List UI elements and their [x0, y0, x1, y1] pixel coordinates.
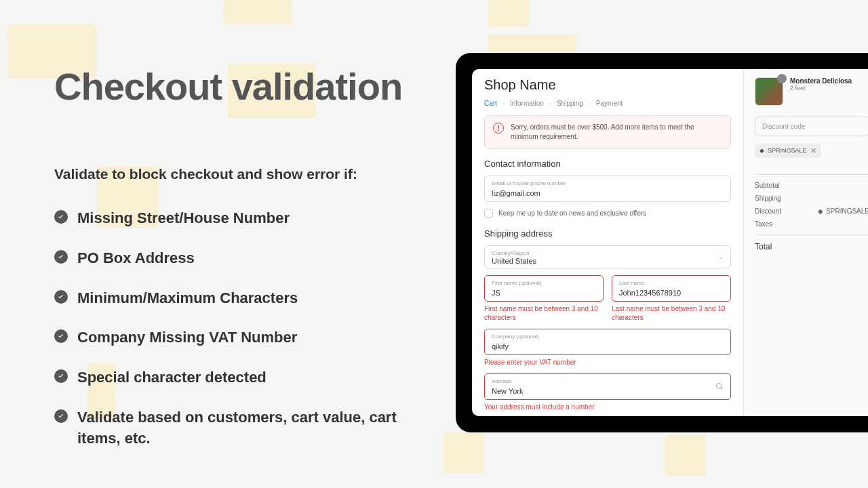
- chevron-right-icon: ›: [549, 100, 551, 107]
- list-item: Validate based on customers, cart value,…: [77, 407, 434, 449]
- svg-point-0: [717, 383, 722, 388]
- breadcrumb: Cart › Information › Shipping › Payment: [484, 100, 731, 107]
- company-field[interactable]: Company (optional): [484, 329, 731, 355]
- check-icon: [54, 409, 68, 423]
- optin-checkbox[interactable]: [484, 209, 493, 218]
- check-icon: [54, 329, 68, 343]
- tag-icon: ◆: [760, 147, 764, 154]
- feature-list: Missing Street/House Number PO Box Addre…: [54, 208, 434, 449]
- product-name: Monstera Deliciosa: [790, 77, 852, 85]
- list-item: PO Box Address: [77, 248, 195, 269]
- address-field[interactable]: Address: [484, 373, 731, 400]
- discount-tag: ◆ SPRINGSALE ✕: [755, 144, 821, 158]
- last-name-error: Last name must be between 3 and 10 chara…: [612, 304, 731, 322]
- crumb-shipping[interactable]: Shipping: [557, 100, 583, 107]
- device-frame: Shop Name Cart › Information › Shipping …: [456, 53, 868, 432]
- country-value: United States: [492, 256, 724, 265]
- first-name-field[interactable]: First name (optional): [484, 275, 604, 302]
- subtotal-label: Subtotal: [755, 182, 780, 189]
- page-subtitle: Validate to block checkout and show erro…: [54, 166, 434, 182]
- list-item: Company Missing VAT Number: [77, 327, 297, 348]
- discount-label: Discount: [755, 207, 781, 215]
- applied-discount: ◆ SPRINGSALE: [818, 207, 868, 215]
- crumb-information[interactable]: Information: [510, 100, 544, 107]
- quantity-badge: [777, 74, 787, 83]
- check-icon: [54, 250, 68, 264]
- product-variant: 2 feet: [790, 85, 852, 92]
- product-thumbnail: [755, 77, 783, 106]
- error-alert: ! Sorry, orders must be over $500. Add m…: [484, 115, 731, 149]
- address-input[interactable]: [492, 386, 724, 395]
- country-label: Country/Region: [492, 250, 724, 256]
- optin-label: Keep me up to date on news and exclusive…: [498, 209, 646, 217]
- company-error: Please enter your VAT number: [484, 358, 731, 367]
- discount-input[interactable]: Discount code: [755, 117, 868, 136]
- divider: [755, 235, 868, 235]
- divider: [755, 174, 868, 175]
- discount-code: SPRINGSALE: [768, 147, 807, 154]
- list-item: Special character detected: [77, 367, 267, 388]
- page-title: Checkout validation: [54, 64, 434, 108]
- last-name-label: Last name: [619, 280, 724, 286]
- last-name-field[interactable]: Last name: [612, 275, 731, 302]
- email-input[interactable]: [492, 188, 724, 197]
- chevron-right-icon: ›: [589, 100, 591, 107]
- crumb-payment[interactable]: Payment: [596, 100, 623, 107]
- search-icon: [715, 381, 724, 393]
- alert-icon: !: [493, 123, 504, 134]
- first-name-label: First name (optional): [492, 280, 596, 286]
- shipping-heading: Shipping address: [484, 228, 731, 239]
- first-name-error: First name must be between 3 and 10 char…: [484, 304, 604, 322]
- check-icon: [54, 210, 68, 224]
- address-label: Address: [492, 378, 724, 384]
- company-input[interactable]: [492, 342, 724, 350]
- company-label: Company (optional): [492, 333, 724, 340]
- check-icon: [54, 369, 68, 383]
- check-icon: [54, 290, 68, 304]
- country-select[interactable]: Country/Region United States ⌄: [484, 245, 731, 268]
- list-item: Minimum/Maximum Characters: [77, 288, 298, 309]
- email-field[interactable]: Email or mobile phone number: [484, 176, 731, 202]
- contact-heading: Contact information: [484, 159, 731, 169]
- email-label: Email or mobile phone number: [492, 180, 724, 186]
- remove-tag-icon[interactable]: ✕: [810, 146, 816, 155]
- taxes-label: Taxes: [755, 220, 772, 228]
- shop-name: Shop Name: [484, 77, 731, 93]
- chevron-right-icon: ›: [502, 100, 505, 107]
- alert-text: Sorry, orders must be over $500. Add mor…: [511, 123, 722, 142]
- first-name-input[interactable]: [492, 288, 596, 297]
- cart-product: Monstera Deliciosa 2 feet: [755, 77, 868, 106]
- total-label: Total: [755, 242, 772, 251]
- last-name-input[interactable]: [619, 288, 724, 297]
- address-error: Your address must include a number: [484, 403, 731, 411]
- chevron-down-icon: ⌄: [718, 253, 724, 260]
- shipping-label: Shipping: [755, 195, 781, 202]
- crumb-cart[interactable]: Cart: [484, 100, 497, 107]
- list-item: Missing Street/House Number: [77, 208, 290, 229]
